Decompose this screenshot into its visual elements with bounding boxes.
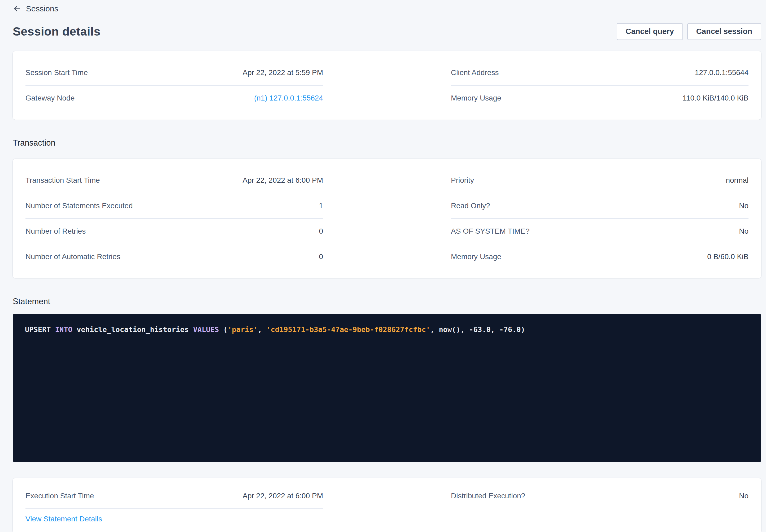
transaction-start-time-row: Transaction Start Time Apr 22, 2022 at 6… bbox=[25, 168, 323, 193]
statement-sql-code: UPSERT INTO vehicle_location_histories V… bbox=[25, 325, 525, 334]
row-value: 0 bbox=[319, 252, 323, 261]
row-value: No bbox=[739, 202, 748, 210]
execution-card-left-column: Execution Start Time Apr 22, 2022 at 6:0… bbox=[25, 483, 323, 523]
cancel-session-button[interactable]: Cancel session bbox=[687, 23, 761, 40]
row-label: Transaction Start Time bbox=[25, 176, 100, 185]
sql-token: 'cd195171-b3a5-47ae-9beb-f028627fcfbc' bbox=[266, 325, 430, 334]
row-label: Distributed Execution? bbox=[451, 492, 525, 500]
execution-start-time-row: Execution Start Time Apr 22, 2022 at 6:0… bbox=[25, 483, 323, 509]
sql-token: UPSERT bbox=[25, 325, 55, 334]
transaction-memory-usage-row: Memory Usage 0 B/60.0 KiB bbox=[451, 244, 748, 269]
row-value: 1 bbox=[319, 202, 323, 210]
row-value: No bbox=[739, 227, 748, 236]
page-header: Session details Cancel query Cancel sess… bbox=[13, 23, 761, 40]
sql-token: , bbox=[258, 325, 267, 334]
statement-section-heading: Statement bbox=[13, 297, 761, 306]
breadcrumb-label[interactable]: Sessions bbox=[26, 4, 58, 13]
transaction-section-heading: Transaction bbox=[13, 138, 761, 148]
row-label: Memory Usage bbox=[451, 94, 501, 102]
number-of-retries-row: Number of Retries 0 bbox=[25, 219, 323, 244]
row-value: Apr 22, 2022 at 6:00 PM bbox=[242, 176, 323, 185]
row-value: 127.0.0.1:55644 bbox=[695, 68, 748, 77]
row-label: Session Start Time bbox=[25, 68, 88, 77]
sql-token: 'paris' bbox=[228, 325, 258, 334]
sql-token: ( bbox=[219, 325, 228, 334]
transaction-card-right-column: Priority normal Read Only? No AS OF SYST… bbox=[451, 168, 748, 269]
row-label: Read Only? bbox=[451, 202, 490, 210]
statement-sql-box: UPSERT INTO vehicle_location_histories V… bbox=[13, 314, 761, 462]
row-label: Number of Retries bbox=[25, 227, 86, 236]
row-value: normal bbox=[726, 176, 748, 185]
row-value: No bbox=[739, 492, 748, 500]
row-value: 0 B/60.0 KiB bbox=[707, 252, 748, 261]
distributed-execution-row: Distributed Execution? No bbox=[451, 483, 748, 508]
sql-token: VALUES bbox=[193, 325, 219, 334]
read-only-row: Read Only? No bbox=[451, 193, 748, 219]
row-label: AS OF SYSTEM TIME? bbox=[451, 227, 530, 236]
session-memory-usage-row: Memory Usage 110.0 KiB/140.0 KiB bbox=[451, 86, 748, 111]
execution-card-right-column: Distributed Execution? No bbox=[451, 483, 748, 523]
session-details-page: Sessions Session details Cancel query Ca… bbox=[0, 0, 766, 532]
statements-executed-row: Number of Statements Executed 1 bbox=[25, 193, 323, 219]
session-overview-card: Session Start Time Apr 22, 2022 at 5:59 … bbox=[13, 51, 761, 120]
cancel-query-button[interactable]: Cancel query bbox=[617, 23, 683, 40]
row-value: 110.0 KiB/140.0 KiB bbox=[682, 94, 748, 102]
view-statement-details-row: View Statement Details bbox=[25, 509, 323, 523]
row-value: Apr 22, 2022 at 5:59 PM bbox=[242, 68, 323, 77]
transaction-card-left-column: Transaction Start Time Apr 22, 2022 at 6… bbox=[25, 168, 323, 269]
header-actions: Cancel query Cancel session bbox=[617, 23, 761, 40]
row-label: Priority bbox=[451, 176, 474, 185]
gateway-node-link[interactable]: (n1) 127.0.0.1:55624 bbox=[254, 94, 323, 102]
row-label: Execution Start Time bbox=[25, 492, 94, 500]
execution-card: Execution Start Time Apr 22, 2022 at 6:0… bbox=[13, 478, 761, 532]
row-value: Apr 22, 2022 at 6:00 PM bbox=[242, 492, 323, 500]
arrow-left-icon bbox=[13, 5, 21, 13]
row-label: Gateway Node bbox=[25, 94, 75, 102]
session-card-left-column: Session Start Time Apr 22, 2022 at 5:59 … bbox=[25, 60, 323, 111]
as-of-system-time-row: AS OF SYSTEM TIME? No bbox=[451, 219, 748, 244]
breadcrumb-back-sessions[interactable]: Sessions bbox=[13, 4, 58, 13]
row-value: 0 bbox=[319, 227, 323, 236]
gateway-node-row: Gateway Node (n1) 127.0.0.1:55624 bbox=[25, 86, 323, 111]
row-label: Number of Automatic Retries bbox=[25, 252, 120, 261]
session-start-time-row: Session Start Time Apr 22, 2022 at 5:59 … bbox=[25, 60, 323, 86]
priority-row: Priority normal bbox=[451, 168, 748, 193]
row-label: Number of Statements Executed bbox=[25, 202, 133, 210]
row-label: Memory Usage bbox=[451, 252, 501, 261]
page-title: Session details bbox=[13, 25, 101, 38]
sql-token: INTO bbox=[55, 325, 72, 334]
sql-token: , now(), -63.0, -76.0) bbox=[430, 325, 525, 334]
automatic-retries-row: Number of Automatic Retries 0 bbox=[25, 244, 323, 269]
view-statement-details-link[interactable]: View Statement Details bbox=[25, 515, 102, 523]
transaction-card: Transaction Start Time Apr 22, 2022 at 6… bbox=[13, 159, 761, 278]
sql-token: vehicle_location_histories bbox=[72, 325, 193, 334]
client-address-row: Client Address 127.0.0.1:55644 bbox=[451, 60, 748, 86]
row-label: Client Address bbox=[451, 68, 499, 77]
session-card-right-column: Client Address 127.0.0.1:55644 Memory Us… bbox=[451, 60, 748, 111]
